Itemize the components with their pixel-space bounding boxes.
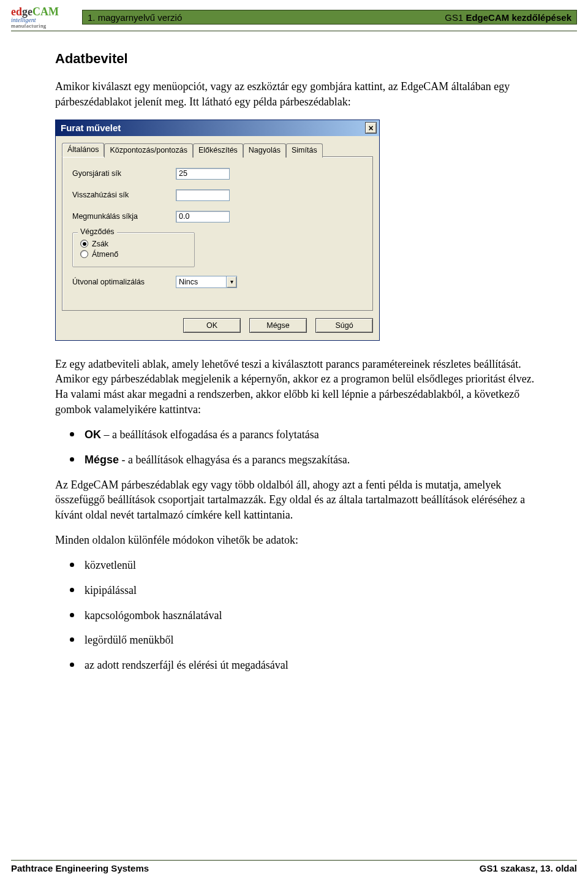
intro-paragraph: Amikor kiválaszt egy menüopciót, vagy az… xyxy=(55,79,541,110)
radio-icon xyxy=(80,250,88,258)
legend-endtype: Végződés xyxy=(78,227,117,236)
radio-blind[interactable]: Zsák xyxy=(80,240,187,248)
input-retract-plane[interactable] xyxy=(176,189,230,201)
input-rapid-plane[interactable] xyxy=(176,168,230,180)
radio-icon xyxy=(80,240,88,248)
list-item: az adott rendszerfájl és elérési út mega… xyxy=(55,658,541,673)
dialog-button-row: OK Mégse Súgó xyxy=(62,311,373,333)
field-retract-plane: Visszahúzási sík xyxy=(72,189,363,201)
button-label: OK xyxy=(206,321,217,330)
input-work-plane[interactable] xyxy=(176,211,230,222)
bullet-rest: - a beállítások elhagyása és a parancs m… xyxy=(119,454,350,466)
combo-value: Nincs xyxy=(176,278,226,286)
document-body: Adatbevitel Amikor kiválaszt egy menüopc… xyxy=(0,31,588,673)
radio-label: Átmenő xyxy=(92,250,118,259)
header-right-bold: EdgeCAM kezdőlépések xyxy=(466,12,571,23)
button-label: Súgó xyxy=(335,321,353,330)
label-work-plane: Megmunkálás síkja xyxy=(72,212,173,221)
header-right-text: GS1 EdgeCAM kezdőlépések xyxy=(445,12,571,23)
bullet-bold: Mégse xyxy=(85,454,119,466)
dialog-title: Furat művelet xyxy=(61,123,121,133)
footer-bar: Pathtrace Engineering Systems GS1 szakas… xyxy=(11,863,577,873)
bullet-rest: – a beállítások elfogadása és a parancs … xyxy=(101,428,319,441)
header-left-text: 1. magyarnyelvű verzió xyxy=(88,12,182,23)
fieldset-endtype: Végződés Zsák Átmenő xyxy=(72,232,195,267)
input-modes-intro: Minden oldalon különféle módokon vihetők… xyxy=(55,533,541,548)
list-item: közvetlenül xyxy=(55,558,541,573)
bullet-text: legördülő menükből xyxy=(85,634,173,646)
ok-button[interactable]: OK xyxy=(183,318,241,333)
radio-label: Zsák xyxy=(92,240,108,248)
tab-label: Nagyolás xyxy=(249,146,281,154)
tab-rough[interactable]: Nagyolás xyxy=(243,143,286,158)
bullet-text: kapcsológombok használatával xyxy=(85,609,222,622)
tab-label: Előkészítés xyxy=(198,146,238,154)
field-path-optim: Útvonal optimalizálás Nincs xyxy=(72,276,363,288)
field-work-plane: Megmunkálás síkja xyxy=(72,211,363,222)
section-title: Adatbevitel xyxy=(55,51,541,67)
footer-rule xyxy=(11,860,577,861)
edgecam-logo: edgeCAM intelligent manufacturing xyxy=(11,6,77,28)
footer-left: Pathtrace Engineering Systems xyxy=(11,863,149,873)
bullet-text: közvetlenül xyxy=(85,559,136,571)
bullet-bold: OK xyxy=(85,428,101,441)
tab-label: Központozás/pontozás xyxy=(110,146,187,154)
header-right-prefix: GS1 xyxy=(445,12,466,23)
header-strip: 1. magyarnyelvű verzió GS1 EdgeCAM kezdő… xyxy=(82,10,577,25)
bullet-text: kipipálással xyxy=(85,584,137,596)
button-label: Mégse xyxy=(266,321,290,330)
page-footer: Pathtrace Engineering Systems GS1 szakas… xyxy=(11,860,577,873)
list-item: kapcsológombok használatával xyxy=(55,608,541,623)
footer-right: GS1 szakasz, 13. oldal xyxy=(480,863,577,873)
banner: edgeCAM intelligent manufacturing 1. mag… xyxy=(11,6,577,28)
label-retract-plane: Visszahúzási sík xyxy=(72,191,173,199)
dialog-tabbar: Általános Központozás/pontozás Előkészít… xyxy=(62,142,373,156)
tab-label: Simítás xyxy=(292,146,317,154)
field-rapid-plane: Gyorsjárati sík xyxy=(72,168,363,180)
cancel-button[interactable]: Mégse xyxy=(249,318,307,333)
tab-finish[interactable]: Simítás xyxy=(286,143,323,158)
tab-centering[interactable]: Központozás/pontozás xyxy=(104,143,192,158)
label-path-optim: Útvonal optimalizálás xyxy=(72,278,173,286)
dialog-titlebar[interactable]: Furat művelet × xyxy=(56,120,379,136)
chevron-down-icon[interactable] xyxy=(226,276,236,287)
tab-prep[interactable]: Előkészítés xyxy=(193,143,243,158)
dialog-body: Általános Központozás/pontozás Előkészít… xyxy=(56,136,379,340)
list-item: OK – a beállítások elfogadása és a paran… xyxy=(55,427,541,443)
list-item: legördülő menükből xyxy=(55,633,541,648)
help-button[interactable]: Súgó xyxy=(315,318,373,333)
bullet-text: az adott rendszerfájl és elérési út mega… xyxy=(85,659,288,671)
example-dialog: Furat művelet × Általános Központozás/po… xyxy=(55,120,380,341)
radio-through[interactable]: Átmenő xyxy=(80,250,187,259)
tab-general[interactable]: Általános xyxy=(62,143,104,157)
list-item: Mégse - a beállítások elhagyása és a par… xyxy=(55,452,541,468)
close-icon[interactable]: × xyxy=(365,122,377,134)
input-mode-bullets: közvetlenül kipipálással kapcsológombok … xyxy=(55,558,541,673)
combo-path-optim[interactable]: Nincs xyxy=(176,276,237,288)
tab-page-general: Gyorsjárati sík Visszahúzási sík Megmunk… xyxy=(62,156,373,311)
logo-tagline-2: manufacturing xyxy=(11,23,77,29)
pages-paragraph: Az EdgeCAM párbeszédablak egy vagy több … xyxy=(55,477,541,523)
logo-wordmark: edgeCAM xyxy=(11,6,77,17)
explain-paragraph: Ez egy adatbeviteli ablak, amely lehetőv… xyxy=(55,357,541,417)
label-rapid-plane: Gyorsjárati sík xyxy=(72,169,173,178)
tab-label: Általános xyxy=(67,145,99,154)
page-header: edgeCAM intelligent manufacturing 1. mag… xyxy=(0,0,588,31)
action-bullets: OK – a beállítások elfogadása és a paran… xyxy=(55,427,541,468)
list-item: kipipálással xyxy=(55,583,541,598)
